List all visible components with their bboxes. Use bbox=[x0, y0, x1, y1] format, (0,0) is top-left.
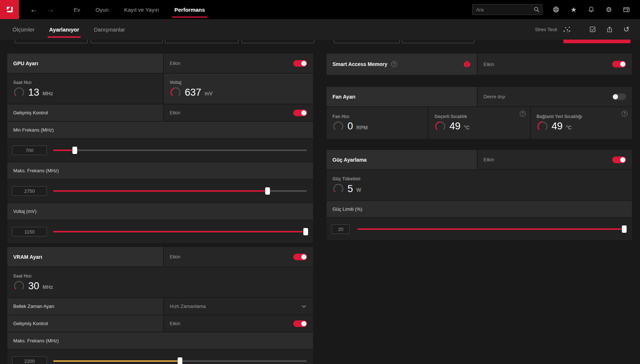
back-button[interactable]: ← bbox=[29, 5, 38, 14]
slider-track[interactable] bbox=[53, 150, 307, 151]
main-nav: Ev Oyun Kayıt ve Yayın Performans bbox=[66, 0, 213, 19]
sam-toggle[interactable] bbox=[612, 61, 626, 67]
junction-temp-value: 49 bbox=[552, 121, 563, 132]
fan-card-title: Fan Ayarı bbox=[332, 94, 356, 100]
amd-logo[interactable] bbox=[0, 0, 19, 19]
search-icon[interactable] bbox=[533, 6, 540, 13]
vram-timing-select[interactable]: Hızlı Zamanlama bbox=[164, 298, 313, 315]
gpu-voltage-slider[interactable] bbox=[53, 228, 307, 235]
preset-button-1[interactable] bbox=[15, 40, 88, 43]
toggle-knob bbox=[620, 157, 625, 162]
preset-button-3[interactable] bbox=[165, 40, 239, 43]
gpu-title-cell: GPU Ayarı bbox=[7, 54, 163, 73]
vram-timing-value: Hızlı Zamanlama bbox=[170, 304, 206, 309]
stress-test-icon bbox=[562, 26, 571, 33]
gpu-advanced-toggle[interactable] bbox=[293, 110, 307, 116]
vram-advanced-toggle[interactable] bbox=[293, 320, 307, 327]
gpu-voltage-unit: mV bbox=[205, 88, 213, 96]
vram-timing-row: Bellek Zaman Ayarı Hızlı Zamanlama bbox=[7, 298, 313, 315]
junction-temp-unit: °C bbox=[566, 122, 572, 130]
vram-status-text: Etkin bbox=[170, 254, 180, 260]
vram-max-freq-input[interactable] bbox=[12, 356, 47, 364]
gpu-voltage-input[interactable] bbox=[12, 227, 47, 236]
vram-status-cell: Etkin bbox=[164, 247, 313, 266]
toggle-knob bbox=[301, 254, 306, 260]
forward-button[interactable]: → bbox=[46, 5, 55, 14]
fan-speed-label: Fan Hızı bbox=[332, 114, 428, 119]
fan-tuning-card: Fan Ayarı Devre dışı Fan Hızı 0 bbox=[327, 87, 632, 140]
share-glyph bbox=[606, 26, 613, 33]
nav-item-performance[interactable]: Performans bbox=[167, 0, 213, 19]
fan-toggle[interactable] bbox=[612, 93, 626, 100]
gpu-status-cell: Etkin bbox=[164, 54, 313, 73]
power-limit-slider-cell bbox=[327, 218, 632, 240]
reset-icon[interactable]: ↺ bbox=[622, 25, 630, 33]
current-temp-gauge-icon bbox=[434, 121, 446, 132]
gpu-voltage-label: Voltaj bbox=[170, 80, 181, 85]
chevron-down-icon[interactable] bbox=[301, 303, 307, 310]
apply-check-icon[interactable] bbox=[589, 25, 597, 33]
tab-metrics[interactable]: Ölçümler bbox=[5, 19, 42, 40]
power-tuning-card: Güç Ayarlama Etkin Güç Tüketimi 5 bbox=[327, 150, 632, 241]
gpu-max-freq-input[interactable] bbox=[12, 186, 47, 196]
bell-icon[interactable] bbox=[587, 5, 595, 14]
tab-tuning[interactable]: Ayarlanıyor bbox=[42, 19, 87, 40]
preset-button-6[interactable] bbox=[402, 40, 474, 43]
vram-max-freq-slider[interactable] bbox=[53, 357, 307, 364]
slider-thumb[interactable] bbox=[265, 187, 270, 195]
power-consumption-stat: Güç Tüketimi 5 W bbox=[327, 170, 632, 200]
panel-glyph bbox=[623, 6, 630, 13]
vram-clock-value: 30 bbox=[28, 280, 39, 292]
gear-icon[interactable]: ⚙ bbox=[605, 5, 613, 14]
vram-enabled-toggle[interactable] bbox=[293, 254, 307, 260]
gpu-advanced-label: Gelişmiş Kontrol bbox=[13, 110, 48, 115]
stress-test-button[interactable]: Stres Testi bbox=[535, 26, 571, 33]
search-input[interactable] bbox=[472, 4, 542, 15]
gpu-header-row: GPU Ayarı Etkin bbox=[7, 54, 313, 73]
preset-button-4[interactable] bbox=[242, 40, 314, 43]
vram-stat-row: Saat Hızı 30 MHz bbox=[7, 267, 313, 297]
preset-button-5[interactable] bbox=[334, 40, 400, 43]
overlay-panel-icon[interactable] bbox=[622, 5, 630, 14]
star-icon[interactable]: ★ bbox=[570, 5, 578, 14]
gpu-advanced-label-cell: Gelişmiş Kontrol bbox=[7, 104, 163, 121]
share-icon[interactable] bbox=[606, 25, 614, 33]
gpu-max-freq-slider[interactable] bbox=[53, 187, 307, 195]
gpu-advanced-row: Gelişmiş Kontrol Etkin bbox=[7, 104, 313, 121]
slider-thumb[interactable] bbox=[178, 357, 183, 364]
gpu-enabled-toggle[interactable] bbox=[293, 60, 307, 67]
fan-speed-gauge-icon bbox=[332, 121, 344, 132]
nav-item-record-stream[interactable]: Kayıt ve Yayın bbox=[116, 0, 166, 19]
vram-clock-unit: MHz bbox=[43, 282, 53, 290]
power-limit-slider[interactable] bbox=[357, 225, 626, 233]
gpu-min-freq-slider-row bbox=[7, 139, 313, 162]
slider-thumb[interactable] bbox=[622, 225, 627, 233]
power-toggle[interactable] bbox=[612, 157, 626, 163]
stress-test-label: Stres Testi bbox=[535, 27, 557, 32]
junction-temp-label: Bağlantı Yeri Sıcaklığı bbox=[537, 114, 632, 119]
slider-thumb[interactable] bbox=[303, 228, 308, 235]
fan-header-row: Fan Ayarı Devre dışı bbox=[327, 87, 632, 106]
toggle-knob bbox=[620, 62, 625, 67]
power-consumption-label: Güç Tüketimi bbox=[332, 176, 360, 181]
junction-temp-help-icon[interactable]: ? bbox=[622, 111, 628, 117]
preset-button-2[interactable] bbox=[91, 40, 162, 43]
fan-speed-value: 0 bbox=[347, 121, 353, 132]
check-square-glyph bbox=[589, 26, 596, 33]
slider-thumb[interactable] bbox=[72, 147, 77, 154]
search-box bbox=[472, 4, 542, 15]
gpu-stat-row: Saat Hızı 13 MHz Voltaj bbox=[7, 74, 313, 104]
apply-button[interactable] bbox=[563, 40, 630, 43]
nav-item-gaming[interactable]: Oyun bbox=[88, 0, 117, 19]
gpu-min-freq-input[interactable] bbox=[12, 146, 47, 155]
preset-button-row bbox=[0, 40, 640, 44]
current-temp-help-icon[interactable]: ? bbox=[520, 111, 526, 117]
gpu-min-freq-slider[interactable] bbox=[53, 147, 307, 154]
power-limit-input[interactable] bbox=[332, 224, 350, 234]
amd-arrow-icon bbox=[4, 4, 15, 15]
power-consumption-value: 5 bbox=[347, 183, 353, 195]
globe-icon[interactable] bbox=[552, 5, 560, 14]
tab-advisors[interactable]: Danışmanlar bbox=[87, 19, 132, 40]
sam-help-icon[interactable]: ? bbox=[391, 61, 397, 67]
nav-item-home[interactable]: Ev bbox=[66, 0, 88, 19]
